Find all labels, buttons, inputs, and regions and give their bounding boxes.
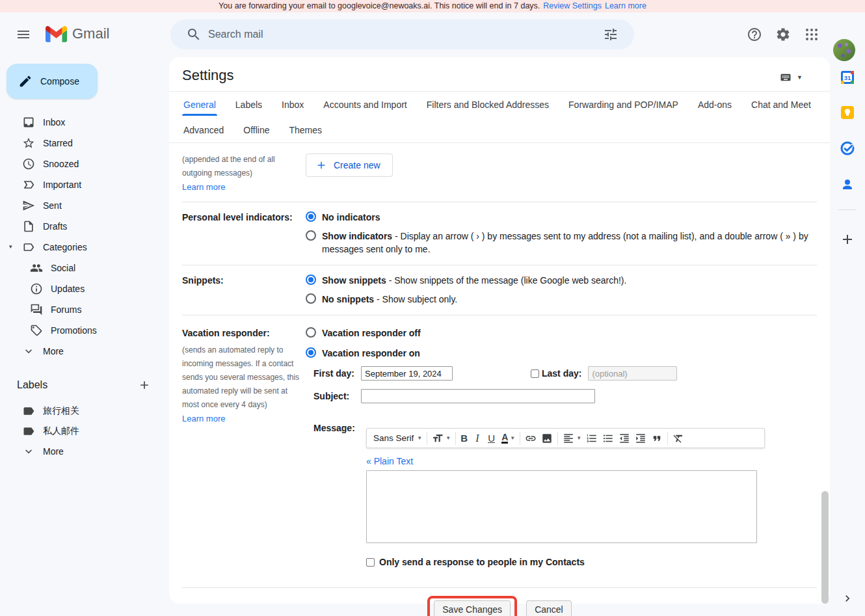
message-label: Message:: [306, 418, 366, 433]
offer-icon: [30, 324, 43, 337]
search-icon[interactable]: [186, 27, 202, 42]
vacation-learn-more-link[interactable]: Learn more: [182, 414, 225, 423]
compose-button[interactable]: Compose: [7, 64, 98, 99]
italic-button[interactable]: I: [475, 433, 483, 444]
numbered-list-button[interactable]: [586, 433, 598, 444]
cancel-button[interactable]: Cancel: [526, 600, 572, 616]
bold-button[interactable]: B: [460, 433, 471, 444]
last-day-input[interactable]: [588, 366, 677, 381]
sidebar-item-promotions[interactable]: Promotions: [0, 320, 161, 341]
tab-general[interactable]: General: [182, 94, 217, 116]
quote-button[interactable]: [651, 433, 663, 444]
tab-add-ons[interactable]: Add-ons: [697, 94, 733, 116]
sidebar-item-inbox[interactable]: Inbox: [0, 112, 161, 133]
tasks-icon[interactable]: [840, 141, 855, 156]
keep-icon[interactable]: [840, 105, 855, 120]
insert-image-button[interactable]: [541, 433, 553, 444]
sidebar-item-starred[interactable]: Starred: [0, 133, 161, 154]
text-size-icon: [432, 433, 444, 444]
learn-more-link[interactable]: Learn more: [605, 1, 646, 10]
labels-more[interactable]: More: [0, 441, 161, 461]
signature-section: (appended at the end of all outgoing mes…: [182, 143, 817, 202]
link-icon: [525, 433, 537, 444]
align-button[interactable]: ▼: [563, 433, 581, 444]
last-day-checkbox[interactable]: [531, 369, 539, 378]
main-menu-icon[interactable]: [16, 27, 31, 42]
underline-button[interactable]: U: [488, 433, 497, 444]
bulleted-list-button[interactable]: [602, 433, 614, 444]
sidebar-item-drafts[interactable]: Drafts: [0, 216, 161, 237]
tab-forwarding-pop-imap[interactable]: Forwarding and POP/IMAP: [567, 94, 680, 116]
tab-chat-meet[interactable]: Chat and Meet: [750, 94, 812, 116]
subject-input[interactable]: [361, 389, 595, 403]
show-snippets-radio[interactable]: [306, 275, 316, 285]
tab-offline[interactable]: Offline: [242, 119, 271, 141]
top-bar: Gmail: [0, 12, 865, 57]
label-item-travel[interactable]: 旅行相关: [0, 401, 161, 421]
create-label-icon[interactable]: [138, 379, 151, 392]
first-day-input[interactable]: [361, 366, 453, 381]
action-buttons: Save Changes Cancel: [182, 588, 817, 616]
sidebar-item-social[interactable]: Social: [0, 258, 161, 278]
send-icon: [22, 199, 35, 212]
get-add-ons-icon[interactable]: [840, 232, 855, 247]
forwarding-notice-banner: You are forwarding your email to googlev…: [0, 0, 865, 12]
sidebar-item-snoozed[interactable]: Snoozed: [0, 154, 161, 174]
search-input[interactable]: [208, 29, 596, 40]
show-indicators-radio[interactable]: [306, 230, 316, 241]
font-family-selector[interactable]: Sans Serif▼: [372, 433, 422, 443]
keyboard-icon: [778, 72, 793, 83]
plain-text-toggle-link[interactable]: « Plain Text: [366, 456, 413, 466]
gmail-logo-text: Gmail: [72, 25, 109, 42]
sidebar-item-sent[interactable]: Sent: [0, 195, 161, 216]
indent-less-button[interactable]: [619, 433, 630, 444]
forwarding-notice-text: You are forwarding your email to googlev…: [219, 1, 540, 10]
font-size-button[interactable]: ▼: [432, 433, 451, 444]
sidebar-item-updates[interactable]: Updates: [0, 278, 161, 299]
settings-gear-icon[interactable]: [775, 27, 791, 42]
contacts-only-checkbox[interactable]: [366, 558, 375, 567]
tab-advanced[interactable]: Advanced: [182, 119, 225, 141]
dropdown-arrow-icon: ▼: [797, 74, 803, 81]
dropdown-arrow-icon: ▼: [417, 435, 422, 441]
search-options-icon[interactable]: [603, 27, 619, 42]
vacation-off-radio[interactable]: [306, 327, 316, 338]
hide-side-panel-icon[interactable]: [841, 592, 854, 605]
create-new-signature-button[interactable]: Create new: [306, 154, 393, 177]
tab-inbox[interactable]: Inbox: [280, 94, 305, 116]
insert-link-button[interactable]: [525, 433, 537, 444]
label-item-private[interactable]: 私人邮件: [0, 421, 161, 441]
review-settings-link[interactable]: Review Settings: [543, 1, 602, 10]
subject-label: Subject:: [306, 391, 361, 401]
text-color-button[interactable]: A▼: [501, 433, 515, 444]
contacts-icon[interactable]: [840, 177, 855, 193]
save-changes-button[interactable]: Save Changes: [434, 600, 511, 616]
tab-labels[interactable]: Labels: [234, 94, 263, 116]
inbox-icon: [22, 116, 35, 129]
tab-themes[interactable]: Themes: [288, 119, 324, 141]
vacation-on-radio[interactable]: [306, 347, 316, 358]
indent-more-button[interactable]: [635, 433, 646, 444]
signature-learn-more-link[interactable]: Learn more: [182, 182, 225, 192]
page-title: Settings: [182, 67, 234, 84]
input-tools-selector[interactable]: ▼: [778, 72, 803, 83]
sidebar-item-more[interactable]: More: [0, 341, 161, 362]
indent-less-icon: [619, 433, 630, 444]
bulleted-list-icon: [602, 433, 614, 444]
google-apps-icon[interactable]: [804, 27, 819, 42]
tab-filters-blocked[interactable]: Filters and Blocked Addresses: [425, 94, 550, 116]
calendar-icon[interactable]: 31: [840, 70, 855, 85]
sidebar-item-categories[interactable]: ▾ Categories: [0, 237, 161, 258]
sidebar-item-forums[interactable]: Forums: [0, 299, 161, 320]
sidebar-item-important[interactable]: Important: [0, 174, 161, 195]
remove-formatting-button[interactable]: [672, 433, 684, 444]
vacation-message-textarea[interactable]: [366, 470, 757, 543]
scrollbar-thumb[interactable]: [821, 491, 829, 604]
no-snippets-radio[interactable]: [306, 293, 316, 304]
gmail-logo[interactable]: Gmail: [46, 25, 109, 42]
settings-tabs: General Labels Inbox Accounts and Import…: [182, 92, 817, 142]
tab-accounts-import[interactable]: Accounts and Import: [322, 94, 408, 116]
no-indicators-radio[interactable]: [306, 211, 316, 222]
help-icon[interactable]: [747, 27, 762, 42]
collapse-arrow-icon[interactable]: ▾: [9, 243, 12, 250]
